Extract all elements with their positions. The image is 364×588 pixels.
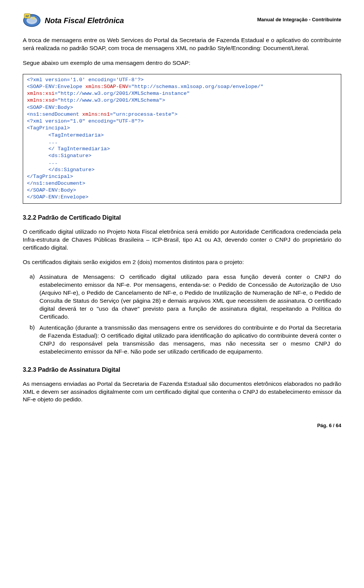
- section-322-heading: 3.2.2 Padrão de Certificado Digital: [23, 214, 341, 221]
- code-line: </SOAP-ENV:Body>: [27, 187, 76, 193]
- code-attr: xmlns:ns1: [82, 112, 110, 117]
- code-line: <?xml version="1.0" encoding="UTF-8"?>: [27, 118, 144, 124]
- code-line: ="http://www.w3.org/2001/XMLSchema">: [55, 97, 165, 103]
- page-header: NF e Nota Fiscal Eletrônica Manual de In…: [23, 11, 341, 30]
- code-attr: xmlns:xsd: [27, 97, 55, 103]
- nfe-logo-icon: NF e: [23, 11, 41, 30]
- section-323-p1: As mensagens enviadas ao Portal da Secre…: [23, 380, 341, 404]
- code-line: ="http://www.w3.org/2001/XMLSchema-insta…: [55, 91, 190, 96]
- code-line: ...: [27, 139, 58, 145]
- code-line: <?xml version='1.0' encoding='UTF-8'?>: [27, 77, 144, 83]
- code-line: </ds:Signature>: [27, 167, 94, 173]
- code-line: ...: [27, 160, 58, 165]
- code-line: ="urn:processa-teste">: [110, 112, 177, 117]
- intro-paragraph-1: A troca de mensagens entre os Web Servic…: [23, 36, 341, 52]
- code-attr: xmlns:xsi: [27, 91, 55, 96]
- code-line: ="http://schemas.xmlsoap.org/soap/envelo…: [128, 84, 263, 90]
- svg-text:e: e: [32, 15, 35, 21]
- list-marker: b): [23, 324, 39, 356]
- page-title: Nota Fiscal Eletrônica: [45, 16, 124, 25]
- code-line: <ds:Signature>: [27, 153, 91, 159]
- list-item-b: b) Autenticação (durante a transmissão d…: [23, 324, 341, 356]
- section-322-p2: Os certificados digitais serão exigidos …: [23, 258, 341, 266]
- code-line: </ TagIntermediaria>: [27, 146, 110, 152]
- code-attr: xmlns:SOAP-ENV: [85, 84, 128, 90]
- svg-text:NF: NF: [25, 15, 29, 17]
- list-marker: a): [23, 273, 39, 321]
- code-line: <SOAP-ENV:Body>: [27, 105, 73, 110]
- code-line: </SOAP-ENV:Envelope>: [27, 194, 88, 200]
- list-body: Assinatura de Mensagens: O certificado d…: [39, 273, 341, 321]
- code-line: <TagIntermediaria>: [27, 132, 104, 138]
- code-line: </TagPrincipal>: [27, 174, 73, 179]
- section-322-p1: O certificado digital utilizado no Proje…: [23, 228, 341, 252]
- code-line: <SOAP-ENV:Envelope: [27, 84, 85, 90]
- code-line: </ns1:sendDocument>: [27, 181, 85, 186]
- intro-paragraph-2: Segue abaixo um exemplo de uma mensagem …: [23, 59, 341, 67]
- list-item-a: a) Assinatura de Mensagens: O certificad…: [23, 273, 341, 321]
- list-body: Autenticação (durante a transmissão das …: [39, 324, 341, 356]
- code-line: <ns1:sendDocument: [27, 112, 82, 117]
- code-line: <TagPrincipal>: [27, 125, 70, 131]
- header-subtitle: Manual de Integração - Contribuinte: [257, 11, 341, 22]
- page-footer: Pág. 6 / 64: [23, 423, 341, 428]
- header-left: NF e Nota Fiscal Eletrônica: [23, 11, 124, 30]
- section-323-heading: 3.2.3 Padrão de Assinatura Digital: [23, 366, 341, 373]
- soap-code-block: <?xml version='1.0' encoding='UTF-8'?> <…: [23, 74, 341, 204]
